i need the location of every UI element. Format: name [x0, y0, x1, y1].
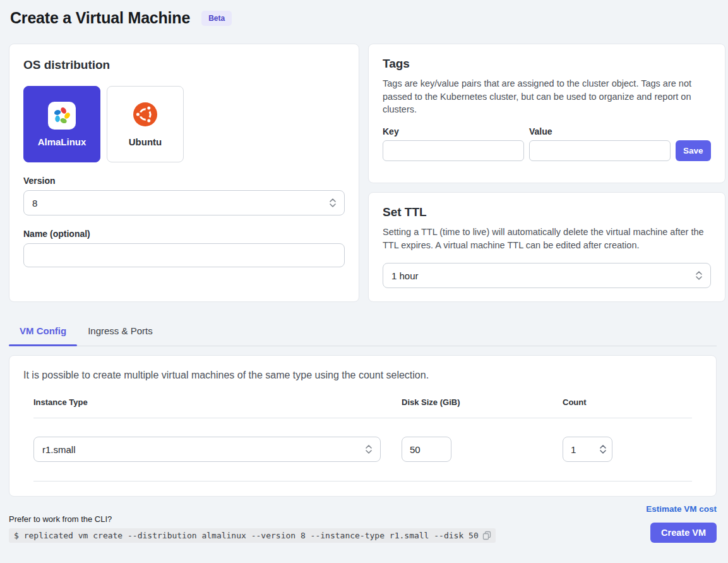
vm-config-card: It is possible to create multiple virtua… [9, 355, 717, 497]
tags-card-title: Tags [383, 57, 711, 71]
copy-icon[interactable] [482, 531, 491, 540]
table-row: r1.small [33, 418, 692, 481]
os-option-label: Ubuntu [129, 136, 162, 147]
page-title: Create a Virtual Machine [10, 9, 190, 27]
version-label: Version [23, 176, 345, 186]
config-tabs: VM Config Ingress & Ports [9, 318, 717, 346]
disk-size-input[interactable] [402, 437, 451, 462]
almalinux-logo-icon [48, 102, 76, 130]
chevron-updown-icon [366, 445, 372, 454]
os-option-label: AlmaLinux [38, 136, 87, 147]
top-grid: OS distribution [9, 44, 717, 302]
estimate-vm-cost-link[interactable]: Estimate VM cost [646, 504, 717, 514]
page-footer: Prefer to work from the CLI? $ replicate… [9, 502, 717, 543]
count-input[interactable] [571, 444, 590, 455]
ubuntu-logo-icon [133, 102, 158, 130]
column-header-disk-size: Disk Size (GiB) [402, 397, 563, 407]
os-option-ubuntu[interactable]: Ubuntu [107, 86, 184, 162]
tag-value-input[interactable] [529, 140, 671, 161]
count-stepper[interactable] [563, 437, 612, 462]
os-option-almalinux[interactable]: AlmaLinux [23, 86, 100, 162]
ttl-select-value: 1 hour [391, 270, 419, 281]
right-column: Tags Tags are key/value pairs that are a… [368, 44, 725, 302]
save-tag-button[interactable]: Save [676, 140, 711, 161]
footer-actions: Estimate VM cost Create VM [646, 502, 717, 543]
vm-table: Instance Type Disk Size (GiB) Count r1.s… [23, 397, 702, 481]
version-select-value: 8 [32, 198, 37, 209]
tags-card: Tags Tags are key/value pairs that are a… [368, 44, 725, 183]
version-select[interactable]: 8 [23, 190, 345, 215]
vm-config-intro: It is possible to create multiple virtua… [23, 370, 702, 381]
ttl-card-title: Set TTL [383, 205, 711, 219]
cli-block: Prefer to work from the CLI? $ replicate… [9, 514, 496, 543]
cli-command: $ replicated vm create --distribution al… [9, 528, 496, 543]
tag-key-label: Key [383, 126, 524, 136]
tab-vm-config[interactable]: VM Config [9, 318, 77, 346]
chevron-updown-icon [696, 271, 702, 280]
tags-form-row: Key Value Save [383, 126, 711, 161]
os-distribution-card: OS distribution [9, 44, 359, 302]
instance-type-value: r1.small [42, 444, 76, 455]
cli-command-text: $ replicated vm create --distribution al… [14, 531, 479, 540]
chevron-updown-icon [330, 198, 336, 207]
table-header: Instance Type Disk Size (GiB) Count [33, 397, 692, 418]
tag-key-field: Key [383, 126, 524, 161]
tab-ingress-ports[interactable]: Ingress & Ports [77, 318, 164, 346]
cli-prompt: Prefer to work from the CLI? [9, 514, 496, 524]
tag-value-field: Value [529, 126, 671, 161]
tag-key-input[interactable] [383, 140, 524, 161]
name-label: Name (optional) [23, 229, 345, 239]
create-vm-button[interactable]: Create VM [650, 523, 717, 543]
column-header-count: Count [563, 397, 692, 407]
ttl-select[interactable]: 1 hour [383, 263, 711, 288]
name-input[interactable] [23, 243, 345, 267]
instance-type-select[interactable]: r1.small [33, 437, 381, 462]
create-vm-page: Create a Virtual Machine Beta OS distrib… [0, 0, 728, 543]
tags-card-description: Tags are key/value pairs that are assign… [383, 77, 711, 116]
os-options: AlmaLinux [23, 86, 345, 162]
os-card-title: OS distribution [23, 58, 345, 72]
ttl-card-description: Setting a TTL (time to live) will automa… [383, 226, 711, 251]
column-header-instance-type: Instance Type [33, 397, 402, 407]
tag-value-label: Value [529, 126, 671, 136]
stepper-updown-icon[interactable] [600, 445, 606, 454]
beta-badge: Beta [201, 11, 232, 26]
set-ttl-card: Set TTL Setting a TTL (time to live) wil… [368, 192, 725, 302]
page-header: Create a Virtual Machine Beta [10, 9, 717, 27]
